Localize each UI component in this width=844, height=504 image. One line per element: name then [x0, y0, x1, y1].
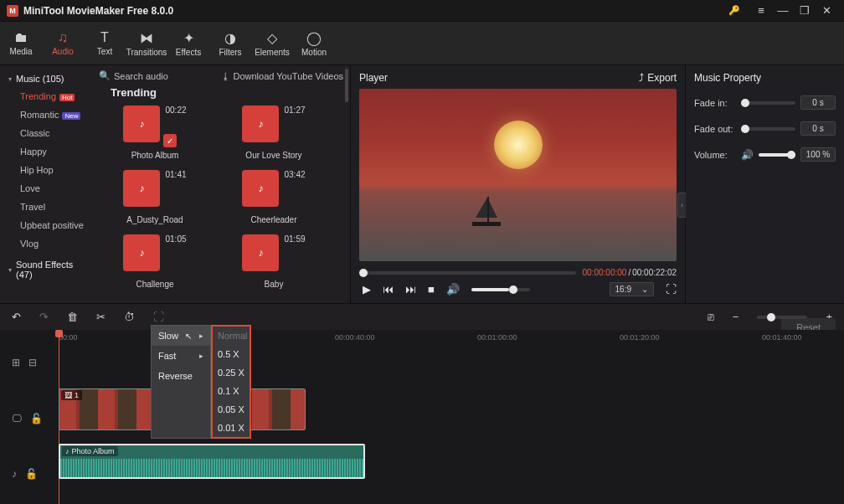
ruler-mark: 00:01:00:00	[477, 333, 517, 342]
delete-button[interactable]: 🗑	[67, 311, 78, 323]
sidebar-item-trending[interactable]: TrendingHot	[0, 87, 92, 105]
sidebar-item-classic[interactable]: Classic	[0, 124, 92, 142]
chevron-down-icon: ⌄	[641, 285, 648, 294]
speed-submenu: Normal 0.5 X 0.25 X 0.1 X 0.05 X 0.01 X	[211, 325, 251, 439]
stop-button[interactable]: ■	[428, 283, 435, 296]
speed-menu-fast[interactable]: Fast▸	[152, 346, 210, 366]
fadein-slider[interactable]	[741, 101, 795, 105]
text-icon: T	[100, 30, 109, 45]
search-audio[interactable]: 🔍Search audio	[99, 70, 168, 81]
audio-item-photo-album[interactable]: ♪✓ 00:22 Photo Album	[109, 105, 201, 160]
prev-frame-button[interactable]: ⏮	[383, 283, 394, 296]
redo-button[interactable]: ↷	[39, 311, 49, 323]
sidebar-item-love[interactable]: Love	[0, 179, 92, 198]
sidebar-item-upbeat[interactable]: Upbeat positive	[0, 216, 92, 234]
sidebar-item-romantic[interactable]: RomanticNew	[0, 105, 92, 124]
speed-option-0-5x[interactable]: 0.5 X	[213, 345, 250, 363]
speed-menu-slow[interactable]: Slow↖▸	[152, 326, 210, 346]
audio-name: A_Dusty_Road	[126, 215, 183, 224]
audio-duration: 00:22	[165, 105, 186, 115]
tab-audio[interactable]: ♫Audio	[42, 22, 84, 64]
panel-expand-handle[interactable]: ›	[677, 193, 686, 218]
menu-icon[interactable]: ≡	[750, 4, 772, 17]
aspect-ratio-select[interactable]: 16:9⌄	[610, 282, 654, 296]
download-youtube-link[interactable]: ⭳Download YouTube Videos	[221, 71, 344, 81]
fadeout-slider[interactable]	[741, 127, 795, 131]
speed-menu: Slow↖▸ Fast▸ Reverse	[151, 325, 211, 439]
music-thumb-icon: ♪	[123, 234, 160, 271]
audio-item-baby[interactable]: ♪01:59 Baby	[228, 234, 320, 289]
play-button[interactable]: ▶	[363, 283, 371, 296]
speed-option-0-01x[interactable]: 0.01 X	[213, 419, 250, 437]
audio-item-challenge[interactable]: ♪01:05 Challenge	[109, 234, 201, 289]
zoom-out-button[interactable]: −	[733, 311, 739, 323]
tab-effects[interactable]: ✦Effects	[167, 22, 209, 64]
speed-option-0-05x[interactable]: 0.05 X	[213, 400, 250, 419]
track-video-icon[interactable]: 🖵	[12, 413, 22, 424]
fadeout-value[interactable]: 0 s	[800, 121, 836, 136]
track-lock-icon[interactable]: 🔓	[30, 413, 43, 424]
volume-icon[interactable]: 🔊	[446, 283, 460, 296]
track-add-icon[interactable]: ⊞	[12, 357, 20, 368]
undo-button[interactable]: ↶	[12, 311, 21, 323]
timeline-ruler[interactable]: 00:00 00:00:20:00 00:00:40:00 00:01:00:0…	[0, 330, 844, 352]
music-thumb-icon: ♪	[242, 170, 279, 207]
fadein-value[interactable]: 0 s	[800, 95, 836, 110]
sun-graphic	[494, 121, 543, 169]
audio-duration: 01:41	[165, 170, 186, 179]
cursor-icon: ↖	[185, 332, 192, 341]
close-button[interactable]: ✕	[816, 4, 837, 17]
tab-transitions[interactable]: ⧓Transitions	[126, 22, 167, 64]
minimize-button[interactable]: —	[772, 4, 794, 17]
library-scrollbar[interactable]	[345, 69, 348, 102]
speed-option-0-1x[interactable]: 0.1 X	[213, 382, 250, 400]
chevron-right-icon: ▸	[199, 332, 203, 340]
volume-slider[interactable]	[759, 153, 795, 157]
volume-value[interactable]: 100 %	[800, 147, 836, 162]
tab-filters[interactable]: ◑Filters	[209, 22, 251, 64]
player-volume-slider[interactable]	[471, 288, 530, 291]
audio-item-dusty-road[interactable]: ♪01:41 A_Dusty_Road	[109, 170, 201, 224]
sidebar-item-happy[interactable]: Happy	[0, 142, 92, 161]
speed-option-normal[interactable]: Normal	[213, 327, 250, 345]
track-collapse-icon[interactable]: ⊟	[28, 357, 37, 368]
split-button[interactable]: ✂	[96, 311, 106, 323]
elements-icon: ◇	[267, 30, 277, 46]
seekbar-knob[interactable]	[359, 269, 368, 277]
timeline-settings-icon[interactable]: ⎚	[708, 311, 714, 323]
badge-hot: Hot	[59, 94, 75, 101]
waveform	[60, 459, 363, 477]
tab-text[interactable]: TText	[84, 22, 126, 64]
export-button[interactable]: ⤴Export	[639, 72, 677, 84]
audio-duration: 01:27	[284, 105, 305, 115]
track-lock-icon[interactable]: 🔓	[25, 468, 38, 480]
track-audio-icon[interactable]: ♪	[12, 468, 17, 480]
audio-name: Baby	[265, 280, 284, 289]
audio-item-cheerleader[interactable]: ♪03:42 Cheerleader	[228, 170, 320, 224]
category-music-header[interactable]: Music (105)	[0, 70, 92, 87]
fullscreen-button[interactable]: ⛶	[666, 283, 677, 296]
tab-media[interactable]: 🖿Media	[0, 22, 42, 64]
maximize-button[interactable]: ❐	[794, 4, 816, 17]
download-icon: ⭳	[221, 71, 230, 81]
speed-option-0-25x[interactable]: 0.25 X	[213, 363, 250, 382]
zoom-slider[interactable]	[757, 316, 807, 319]
audio-name: Challenge	[136, 280, 173, 289]
speed-menu-reverse[interactable]: Reverse	[152, 366, 210, 386]
upgrade-key-icon[interactable]: 🔑	[728, 5, 740, 16]
sidebar-item-vlog[interactable]: Vlog	[0, 234, 92, 253]
audio-clip[interactable]: ♪Photo Album	[59, 444, 365, 479]
player-preview[interactable]	[359, 89, 677, 261]
sidebar-item-hiphop[interactable]: Hip Hop	[0, 161, 92, 179]
crop-button[interactable]: ⛶	[153, 311, 164, 323]
next-frame-button[interactable]: ⏭	[405, 283, 416, 296]
speed-button[interactable]: ⏱	[124, 311, 135, 323]
timeline[interactable]: 00:00 00:00:20:00 00:00:40:00 00:01:00:0…	[0, 330, 844, 504]
player-seekbar[interactable]	[359, 271, 576, 275]
search-icon: 🔍	[99, 70, 111, 81]
sidebar-item-travel[interactable]: Travel	[0, 198, 92, 216]
category-sfx-header[interactable]: Sound Effects (47)	[0, 256, 92, 283]
tab-motion[interactable]: ◯Motion	[293, 22, 335, 64]
tab-elements[interactable]: ◇Elements	[251, 22, 293, 64]
audio-item-our-love-story[interactable]: ♪01:27 Our Love Story	[228, 105, 320, 160]
